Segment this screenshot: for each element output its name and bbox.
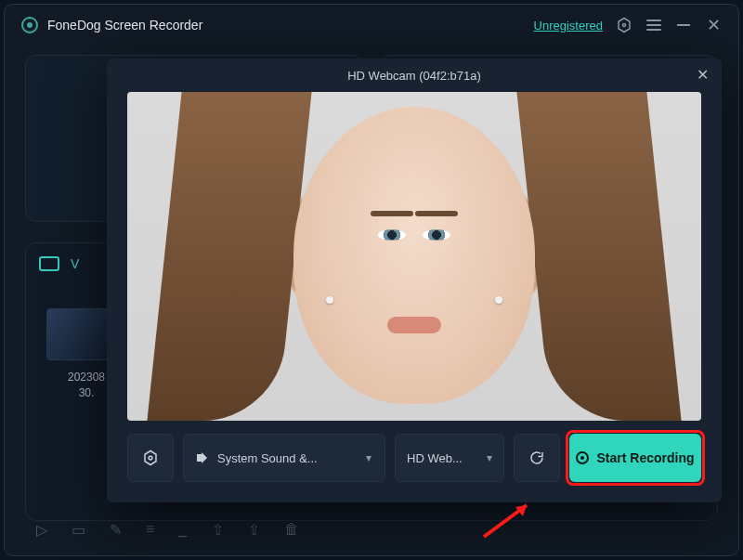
camera-source-label: HD Web... — [407, 451, 463, 465]
menu-icon[interactable] — [645, 17, 662, 33]
modal-footer: System Sound &... ▾ HD Web... ▾ Start Re… — [127, 434, 701, 482]
svg-marker-2 — [145, 451, 156, 465]
sound-source-dropdown[interactable]: System Sound &... ▾ — [183, 434, 385, 482]
close-window-icon[interactable]: ✕ — [705, 17, 722, 33]
titlebar: FoneDog Screen Recorder Unregistered ✕ — [5, 5, 738, 46]
gear-icon — [142, 449, 159, 466]
minimize-icon[interactable] — [675, 17, 692, 33]
video-tab-label[interactable]: V — [71, 256, 79, 271]
app-logo: FoneDog Screen Recorder — [21, 17, 202, 33]
folder-icon[interactable]: ▭ — [72, 521, 85, 539]
modal-header: HD Webcam (04f2:b71a) ✕ — [107, 59, 722, 92]
export-icon[interactable]: ⇧ — [212, 521, 224, 539]
sound-label: System Sound &... — [217, 451, 318, 465]
share-icon[interactable]: ⇪ — [248, 521, 260, 539]
play-icon[interactable]: ▷ — [36, 521, 47, 539]
start-recording-wrap: Start Recording — [569, 434, 701, 482]
webcam-settings-button[interactable] — [127, 434, 174, 482]
bottom-toolbar: ▷ ▭ ✎ ≡ ⎯ ⇧ ⇪ 🗑 — [36, 521, 299, 539]
camera-source-dropdown[interactable]: HD Web... ▾ — [395, 434, 504, 482]
close-icon[interactable]: ✕ — [697, 66, 709, 84]
refresh-icon — [528, 449, 545, 466]
settings-hex-icon[interactable] — [616, 17, 632, 33]
logo-icon — [21, 17, 38, 33]
refresh-button[interactable] — [514, 434, 560, 482]
svg-point-3 — [149, 456, 152, 460]
chevron-down-icon: ▾ — [366, 451, 372, 464]
svg-marker-0 — [619, 19, 630, 33]
modal-title: HD Webcam (04f2:b71a) — [347, 69, 481, 83]
chevron-down-icon: ▾ — [487, 451, 492, 464]
video-tab-icon[interactable] — [39, 256, 59, 271]
start-recording-button[interactable]: Start Recording — [569, 434, 701, 482]
app-window: FoneDog Screen Recorder Unregistered ✕ V… — [4, 4, 739, 556]
app-title: FoneDog Screen Recorder — [47, 18, 202, 33]
speaker-icon — [197, 452, 210, 463]
unregistered-link[interactable]: Unregistered — [534, 19, 603, 33]
edit-icon[interactable]: ✎ — [110, 521, 122, 539]
svg-point-1 — [623, 24, 626, 27]
start-label: Start Recording — [596, 450, 694, 465]
cut-icon[interactable]: ⎯ — [178, 521, 188, 539]
webcam-preview — [127, 92, 701, 421]
titlebar-actions: Unregistered ✕ — [534, 17, 722, 33]
record-icon — [576, 451, 589, 464]
adjust-icon[interactable]: ≡ — [146, 521, 154, 539]
delete-icon[interactable]: 🗑 — [284, 521, 299, 539]
webcam-modal: HD Webcam (04f2:b71a) ✕ System Sound &..… — [107, 59, 722, 502]
